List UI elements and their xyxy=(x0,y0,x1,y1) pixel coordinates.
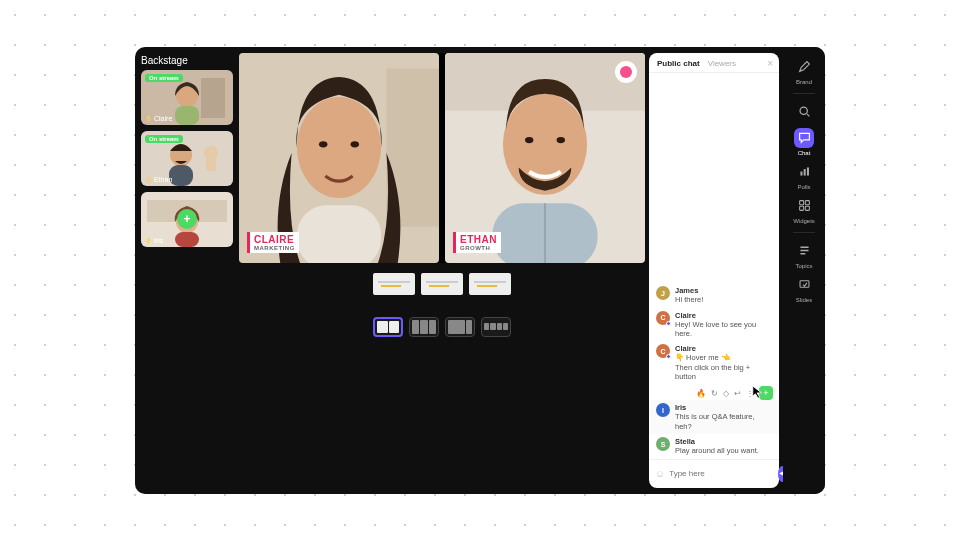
message-author: Claire xyxy=(675,344,772,353)
message-text: 👇 Hover me 👈 Then click on the big + but… xyxy=(675,353,772,381)
side-rail: Brand Chat Polls Widgets Topics Slides xyxy=(783,47,825,494)
reaction-diamond-icon[interactable]: ◇ xyxy=(723,389,729,398)
svg-rect-14 xyxy=(175,232,199,247)
avatar: J xyxy=(656,286,670,300)
chat-message[interactable]: I Iris This is our Q&A feature, heh? xyxy=(649,400,779,434)
chat-tabs: Public chat Viewers × xyxy=(649,53,779,73)
tab-viewers[interactable]: Viewers xyxy=(708,59,736,68)
svg-point-24 xyxy=(503,93,587,194)
svg-point-25 xyxy=(525,136,533,142)
reaction-more-icon[interactable]: ⋮ xyxy=(746,389,754,398)
layout-split-3-button[interactable] xyxy=(409,317,439,337)
svg-rect-1 xyxy=(201,78,225,118)
avatar: I xyxy=(656,403,670,417)
lower-third: ETHAN GROWTH xyxy=(453,232,501,253)
svg-point-28 xyxy=(800,107,807,114)
svg-rect-34 xyxy=(799,206,803,210)
message-text: Play around all you want. xyxy=(675,446,772,455)
slide-thumb[interactable] xyxy=(421,273,463,295)
brand-logo-icon xyxy=(615,61,637,83)
reaction-toolbar: 🔥 ↻ ◇ ↩ ⋮ + xyxy=(649,384,779,400)
layout-split-2-button[interactable] xyxy=(373,317,403,337)
reaction-fire-icon[interactable]: 🔥 xyxy=(696,389,706,398)
svg-rect-3 xyxy=(175,106,199,125)
lower-third-name: CLAIRE xyxy=(254,234,295,245)
backstage-title: Backstage xyxy=(141,55,233,66)
rail-topics[interactable]: Topics xyxy=(794,241,814,269)
mic-icon xyxy=(145,237,152,244)
tab-public-chat[interactable]: Public chat xyxy=(657,59,700,68)
slide-thumb[interactable] xyxy=(469,273,511,295)
svg-point-19 xyxy=(319,141,327,147)
video-tile-ethan[interactable]: ETHAN GROWTH xyxy=(445,53,645,263)
avatar: S xyxy=(656,437,670,451)
emoji-picker-icon[interactable]: ☺ xyxy=(655,468,665,479)
polls-icon xyxy=(794,162,814,182)
svg-rect-30 xyxy=(803,169,805,176)
close-icon[interactable]: × xyxy=(767,58,773,69)
svg-rect-29 xyxy=(800,172,802,176)
add-participant-button[interactable]: + xyxy=(177,209,197,229)
stage-area: CLAIRE MARKETING xyxy=(239,47,649,494)
widgets-icon xyxy=(794,196,814,216)
rail-separator xyxy=(793,93,815,94)
rail-brand[interactable]: Brand xyxy=(794,57,814,85)
add-reaction-button[interactable]: + xyxy=(759,386,773,400)
message-text: Hi there! xyxy=(675,295,772,304)
chat-message[interactable]: C Claire 👇 Hover me 👈 Then click on the … xyxy=(649,341,779,384)
chat-message[interactable]: S Stella Play around all you want. xyxy=(649,434,779,458)
svg-rect-10 xyxy=(147,176,149,180)
search-icon xyxy=(794,102,814,122)
rail-slides[interactable]: Slides xyxy=(794,275,814,303)
reaction-repeat-icon[interactable]: ↻ xyxy=(711,389,718,398)
avatar: C xyxy=(656,311,670,325)
backstage-name-label: Claire xyxy=(145,115,172,122)
chat-message[interactable]: J James Hi there! xyxy=(649,283,779,307)
message-author: James xyxy=(675,286,772,295)
layout-pip-button[interactable] xyxy=(445,317,475,337)
video-tile-claire[interactable]: CLAIRE MARKETING xyxy=(239,53,439,263)
rail-polls[interactable]: Polls xyxy=(794,162,814,190)
lower-third-name: ETHAN xyxy=(460,234,497,245)
chat-input-row: ☺ xyxy=(649,459,779,488)
backstage-name-label: Iris xyxy=(145,237,163,244)
svg-rect-4 xyxy=(147,115,149,119)
lower-third: CLAIRE MARKETING xyxy=(247,232,299,253)
svg-rect-15 xyxy=(147,237,149,241)
reaction-reply-icon[interactable]: ↩ xyxy=(734,389,741,398)
svg-rect-21 xyxy=(297,205,381,263)
chat-panel: Public chat Viewers × J James Hi there! … xyxy=(649,53,779,488)
backstage-thumb-ethan[interactable]: On stream Ethan xyxy=(141,131,233,186)
chat-messages: J James Hi there! C Claire Hey! We love … xyxy=(649,73,779,459)
mic-icon xyxy=(145,115,152,122)
pen-icon xyxy=(794,57,814,77)
svg-rect-9 xyxy=(206,159,216,171)
presenter-dot-icon xyxy=(666,354,671,359)
backstage-thumb-iris[interactable]: + Iris xyxy=(141,192,233,247)
message-author: Iris xyxy=(675,403,772,412)
on-stream-badge: On stream xyxy=(145,74,183,82)
rail-search[interactable] xyxy=(794,102,814,122)
svg-rect-33 xyxy=(805,201,809,205)
svg-rect-31 xyxy=(806,167,808,175)
lower-third-role: MARKETING xyxy=(254,245,295,251)
chat-input[interactable] xyxy=(669,469,774,478)
message-text: Hey! We love to see you here. xyxy=(675,320,772,339)
svg-point-20 xyxy=(351,141,359,147)
svg-point-8 xyxy=(204,146,218,160)
layout-picker xyxy=(239,317,645,337)
avatar: C xyxy=(656,344,670,358)
presenter-dot-icon xyxy=(666,321,671,326)
rail-chat[interactable]: Chat xyxy=(794,128,814,156)
on-stream-badge: On stream xyxy=(145,135,183,143)
layout-grid-button[interactable] xyxy=(481,317,511,337)
rail-separator xyxy=(793,232,815,233)
slides-icon xyxy=(794,275,814,295)
rail-widgets[interactable]: Widgets xyxy=(793,196,815,224)
backstage-name-label: Ethan xyxy=(145,176,172,183)
video-grid: CLAIRE MARKETING xyxy=(239,53,645,263)
chat-message[interactable]: C Claire Hey! We love to see you here. xyxy=(649,308,779,342)
svg-rect-32 xyxy=(799,201,803,205)
backstage-thumb-claire[interactable]: On stream Claire xyxy=(141,70,233,125)
slide-thumb[interactable] xyxy=(373,273,415,295)
